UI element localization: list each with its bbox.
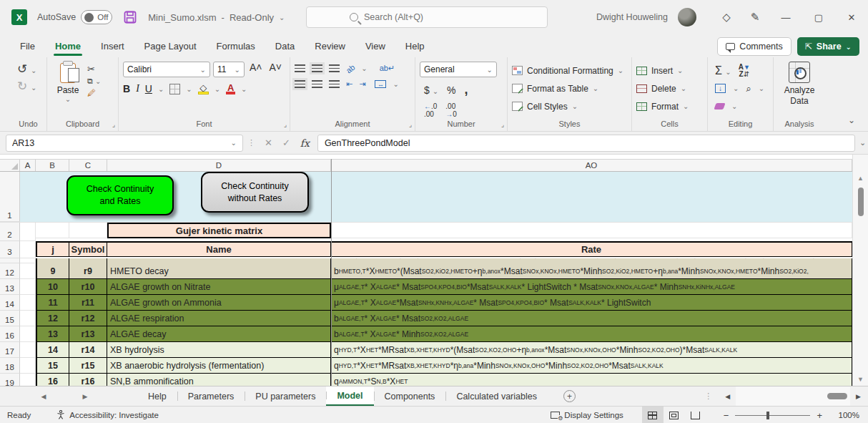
tab-splitter-handle[interactable]: ⋮ [704, 392, 712, 401]
name-box-input[interactable] [12, 138, 212, 148]
horizontal-scrollbar[interactable] [736, 386, 850, 406]
align-left-button[interactable] [295, 80, 305, 88]
find-select-button[interactable]: ⌕ [746, 83, 751, 94]
row-header-13[interactable]: 13 [0, 279, 20, 295]
cell-name-18[interactable]: XB anaerobic hydrolysis (fermentation) [107, 358, 331, 374]
redo-button[interactable]: ↻ ⌄ [14, 79, 42, 96]
sheet-tab-model[interactable]: Model [326, 386, 373, 406]
header-cell-rate[interactable]: Rate [331, 241, 852, 257]
cell-a2[interactable] [20, 223, 36, 241]
hscroll-left-arrow[interactable]: ◀ [725, 393, 730, 400]
cell-name-17[interactable]: XB hydrolysis [107, 342, 331, 358]
name-box[interactable]: ⌄ [6, 135, 243, 152]
align-top-button[interactable] [295, 64, 305, 72]
cell-symbol-r9[interactable]: r9 [69, 263, 107, 279]
undo-button[interactable]: ↺ ⌄ [14, 62, 42, 79]
check-continuity-without-rates-button[interactable]: Check Continuity without Rates [201, 172, 309, 213]
zoom-out-button[interactable]: − [724, 410, 729, 421]
excel-logo-icon[interactable]: X [11, 9, 27, 25]
coming-soon-icon[interactable]: ◇ [712, 0, 741, 34]
number-dialog-launcher[interactable]: ⌟ [501, 121, 504, 128]
cell-name-12[interactable]: HMETO decay [107, 263, 331, 279]
cell-rate-13[interactable]: μALGAE,T * XALGAE * MsatSPO4,KPO4,BIO*Ms… [331, 279, 852, 295]
align-center-button[interactable] [312, 80, 322, 88]
row-1-cells[interactable]: Check Continuity and Rates Check Continu… [20, 172, 852, 222]
format-as-table-button[interactable]: Format as Table ⌄ [512, 79, 627, 97]
row-header-15[interactable]: 15 [0, 311, 20, 326]
number-format-select[interactable]: General ⌄ [420, 62, 497, 77]
autosum-button[interactable]: Σ ⌄ [715, 64, 731, 77]
cell-name-15[interactable]: ALGAE respiration [107, 311, 331, 326]
save-icon[interactable] [124, 11, 137, 24]
cell-j-15[interactable]: 15 [36, 358, 69, 374]
delete-cells-button[interactable]: Delete ⌄ [636, 79, 703, 97]
percent-format-button[interactable]: % [447, 84, 455, 96]
cell-name-14[interactable]: ALGAE growth on Ammonia [107, 295, 331, 311]
ribbon-tab-file[interactable]: File [10, 34, 45, 57]
cell-a12[interactable] [20, 263, 36, 279]
cell-name-19[interactable]: SN,B ammonification [107, 374, 331, 386]
align-right-button[interactable] [329, 80, 340, 88]
cell-rate-16[interactable]: bALGAE,T * XALGAE * MinhSO2,KO2,ALGAE [331, 326, 852, 342]
insert-function-button[interactable]: fx [295, 137, 315, 149]
cell-j-9[interactable]: 9 [36, 263, 69, 279]
cell-j-16[interactable]: 16 [36, 374, 69, 386]
merge-center-button[interactable]: ↔ [375, 80, 386, 88]
decrease-indent-button[interactable]: ⇤ [346, 79, 352, 89]
sheet-tab-help[interactable]: Help [137, 386, 177, 406]
cell-symbol-r16[interactable]: r16 [69, 374, 107, 386]
row-header-3[interactable]: 3 [0, 241, 20, 258]
normal-view-button[interactable] [642, 407, 664, 423]
grow-font-button[interactable]: A˄ [247, 62, 265, 77]
row-header-1[interactable]: 1 [0, 172, 20, 222]
accessibility-button[interactable]: Accessibility: Investigate [56, 410, 159, 419]
row-header-12[interactable]: 12 [0, 263, 20, 279]
sheet-nav-left-arrow[interactable]: ◀ [33, 386, 54, 406]
close-button[interactable]: ✕ [835, 0, 868, 34]
cell-a14[interactable] [20, 295, 36, 311]
cell-a19[interactable] [20, 374, 36, 386]
format-cells-button[interactable]: Format ⌄ [636, 97, 703, 115]
sheet-tab-pu-parameters[interactable]: PU parameters [245, 386, 326, 406]
cell-a16[interactable] [20, 326, 36, 342]
zoom-slider[interactable] [735, 415, 810, 416]
header-cell-symbol[interactable]: Symbol [69, 241, 107, 257]
cell-j-14[interactable]: 14 [36, 342, 69, 358]
cell-a17[interactable] [20, 342, 36, 358]
row-header-19[interactable]: 19 [0, 374, 20, 386]
row-header-14[interactable]: 14 [0, 295, 20, 311]
shrink-font-button[interactable]: A˅ [267, 62, 285, 77]
ribbon-tab-view[interactable]: View [355, 34, 395, 57]
cell-rate-17[interactable]: qHYD,T*XHET*MRsatXB,XHET,KHYD*(MsatSO2,K… [331, 342, 852, 358]
formula-bar-splitter[interactable]: ⋮ [247, 138, 255, 147]
ribbon-tab-help[interactable]: Help [395, 34, 435, 57]
format-painter-button[interactable]: 🖉 [87, 88, 101, 98]
cell-a18[interactable] [20, 358, 36, 374]
cell-symbol-r10[interactable]: r10 [69, 279, 107, 295]
column-header-c[interactable]: C [69, 160, 107, 171]
accounting-format-button[interactable]: $ ⌄ [424, 84, 438, 96]
vertical-scrollbar[interactable]: ▲ ▼ [852, 155, 868, 386]
hscroll-right-arrow[interactable]: ▶ [856, 393, 861, 400]
column-header-d[interactable]: D [107, 160, 331, 171]
new-sheet-button[interactable]: + [563, 390, 576, 402]
cell-symbol-r11[interactable]: r11 [69, 295, 107, 311]
cell-symbol-r14[interactable]: r14 [69, 342, 107, 358]
cell-a3[interactable] [20, 241, 36, 258]
cell-name-13[interactable]: ALGAE growth on Nitrate [107, 279, 331, 295]
user-avatar[interactable] [678, 8, 696, 26]
ribbon-tab-formulas[interactable]: Formulas [207, 34, 265, 57]
sheet-tab-components[interactable]: Components [374, 386, 446, 406]
ribbon-tab-insert[interactable]: Insert [91, 34, 134, 57]
orientation-button[interactable]: ab [345, 62, 357, 74]
expand-formula-bar-button[interactable]: ⌄ [859, 138, 866, 147]
ribbon-tab-data[interactable]: Data [265, 34, 305, 57]
row-header-18[interactable]: 18 [0, 358, 20, 374]
header-cell-j[interactable]: j [36, 241, 69, 257]
cell-rate-12[interactable]: bHMETO,T*XHMETO*(MsatSO2,KiO2,HMETO+ηb,a… [331, 263, 852, 279]
cell-symbol-r15[interactable]: r15 [69, 358, 107, 374]
italic-button[interactable]: I [136, 83, 139, 94]
zoom-level[interactable]: 100% [822, 411, 859, 419]
formula-input[interactable] [325, 138, 825, 148]
column-header-b[interactable]: B [36, 160, 69, 171]
